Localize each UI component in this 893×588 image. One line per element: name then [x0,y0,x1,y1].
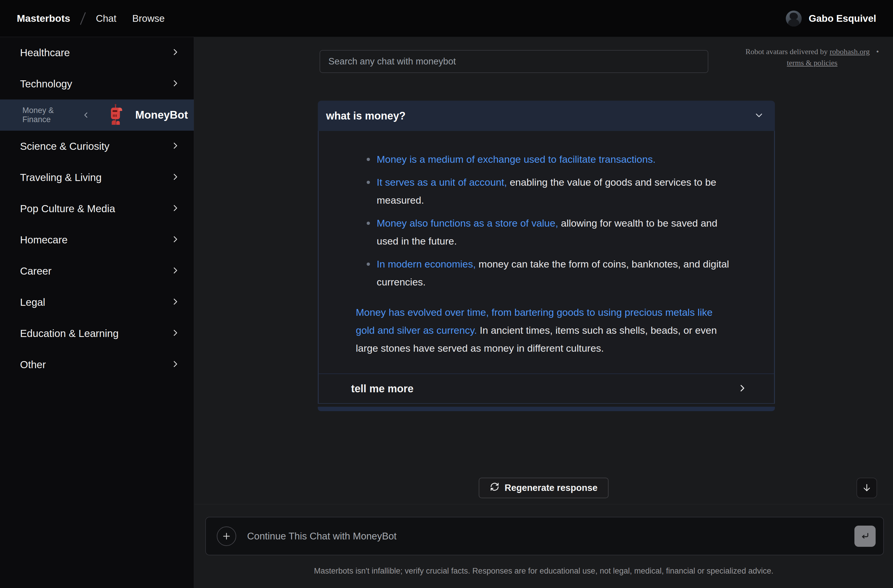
chevron-right-icon [171,79,180,89]
terms-policies-link[interactable]: terms & policies [787,58,837,67]
answer-paragraph: Money has evolved over time, from barter… [356,303,730,357]
sidebar-item-other[interactable]: Other [0,349,194,380]
answer-bullet: In modern economies, money can take the … [367,255,730,291]
answer-bullet: Money is a medium of exchange used to fa… [367,150,730,168]
card-bottom-cap [318,407,775,411]
breadcrumb-slash-icon [80,12,86,25]
selected-category-label[interactable]: Money & Finance [23,106,73,124]
sidebar-item-healthcare[interactable]: Healthcare [0,37,194,68]
question-header[interactable]: what is money? [318,100,775,131]
sidebar-item-education-learning[interactable]: Education & Learning [0,318,194,349]
chat-thread-card: what is money? Money is a medium of exch… [318,100,775,411]
robohash-link[interactable]: robohash.org [830,47,870,56]
top-bar: Masterbots Chat Browse Gabo Esquivel [0,0,893,37]
chevron-right-icon [171,141,180,151]
answer-bullet-list: Money is a medium of exchange used to fa… [319,150,774,291]
user-menu[interactable]: Gabo Esquivel [786,10,876,27]
app-root: Masterbots Chat Browse Gabo Esquivel Hea… [0,0,893,588]
brand-logo[interactable]: Masterbots [17,13,70,24]
answer-bullet: Money also functions as a store of value… [367,214,730,250]
regenerate-label: Regenerate response [505,483,597,493]
sidebar-item-career[interactable]: Career [0,255,194,286]
disclaimer-text: Masterbots isn't infallible; verify cruc… [194,567,893,576]
attribution-note: Robot avatars delivered by robohash.org•… [746,46,879,69]
chevron-left-icon[interactable] [82,111,90,119]
scroll-to-bottom-button[interactable] [857,478,877,498]
followup-row[interactable]: tell me more [319,374,774,403]
sidebar-item-homecare[interactable]: Homecare [0,224,194,255]
composer-bar [205,517,884,555]
chevron-right-icon [171,235,180,245]
sidebar-item-legal[interactable]: Legal [0,286,194,318]
answer-body: Money is a medium of exchange used to fa… [318,131,775,404]
regenerate-button[interactable]: Regenerate response [479,478,609,498]
nav-chat[interactable]: Chat [96,13,116,24]
user-avatar[interactable] [786,10,802,27]
moneybot-avatar-icon [107,104,124,126]
nav-browse[interactable]: Browse [132,13,165,24]
attach-button[interactable] [217,526,236,546]
sidebar-item-traveling-living[interactable]: Traveling & Living [0,162,194,193]
question-title: what is money? [326,110,406,122]
followup-label: tell me more [351,382,413,395]
sidebar-selected-moneybot[interactable]: Money & Finance Mo [0,99,194,130]
refresh-icon [490,482,499,494]
answer-bullet: It serves as a unit of account, enabling… [367,173,730,209]
category-sidebar: Healthcare Technology Money & Finance [0,37,194,588]
chevron-right-icon [171,328,180,339]
sidebar-item-technology[interactable]: Technology [0,68,194,99]
chevron-right-icon [171,48,180,58]
send-button[interactable] [854,526,876,547]
user-name: Gabo Esquivel [809,13,876,24]
attribution-bullet: • [876,47,879,56]
selected-bot-name[interactable]: MoneyBot [135,109,188,121]
chevron-right-icon [171,360,180,370]
sidebar-item-pop-culture-media[interactable]: Pop Culture & Media [0,193,194,224]
chevron-right-icon [171,297,180,307]
search-input[interactable] [320,50,708,73]
chevron-right-icon [738,384,747,394]
main-content: Robot avatars delivered by robohash.org•… [194,37,893,588]
sidebar-item-science-curiosity[interactable]: Science & Curiosity [0,130,194,162]
chevron-right-icon [171,172,180,183]
chevron-right-icon [171,204,180,214]
arrow-down-icon [862,483,872,493]
chevron-right-icon [171,266,180,276]
composer-divider [194,504,893,504]
chevron-down-icon[interactable] [754,110,764,122]
chat-message-input[interactable] [247,531,854,542]
